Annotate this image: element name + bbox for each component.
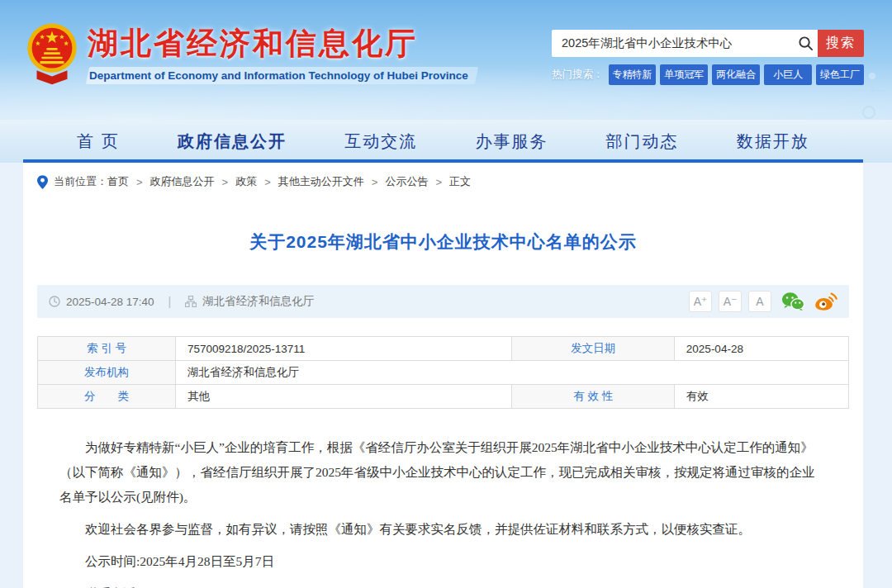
breadcrumb: 当前位置： 首页 > 政府信息公开 > 政策 > 其他主动公开文件 > 公示公告…: [23, 163, 863, 197]
clock-icon: [49, 296, 60, 307]
wechat-share-icon[interactable]: [781, 292, 804, 311]
validity-label: 有 效 性: [512, 385, 674, 409]
national-emblem-logo: [25, 21, 79, 88]
site-title: 湖北省经济和信息化厅: [88, 25, 477, 63]
breadcrumb-home[interactable]: 首页: [107, 174, 129, 189]
nav-item-open-data[interactable]: 数据开放: [737, 130, 809, 153]
nav-item-department-news[interactable]: 部门动态: [606, 130, 679, 153]
breadcrumb-public-notices[interactable]: 公示公告: [385, 174, 428, 189]
site-title-english: Department of Economy and Information Te…: [86, 67, 478, 84]
article-page: 当前位置： 首页 > 政府信息公开 > 政策 > 其他主动公开文件 > 公示公告…: [23, 163, 863, 588]
font-size-increase-button[interactable]: A⁺: [689, 291, 712, 312]
publish-datetime: 2025-04-28 17:40: [66, 296, 154, 308]
location-pin-icon: [37, 175, 48, 189]
nav-item-interaction[interactable]: 互动交流: [344, 130, 417, 153]
breadcrumb-other-documents[interactable]: 其他主动公开文件: [278, 174, 364, 189]
hot-tag-xiaojuren[interactable]: 小巨人: [764, 64, 812, 85]
validity-value: 有效: [674, 385, 848, 409]
publish-source: 湖北省经济和信息化厅: [202, 294, 314, 309]
article-paragraph: 为做好专精特新“小巨人”企业的培育工作，根据《省经信厅办公室关于组织开展2025…: [59, 435, 827, 510]
nav-item-home[interactable]: 首 页: [77, 130, 120, 153]
issue-date-label: 发文日期: [512, 337, 674, 361]
hot-tag-lvsegongchang[interactable]: 绿色工厂: [816, 64, 864, 85]
table-row: 发布机构 湖北省经济和信息化厅: [38, 361, 849, 385]
hot-tag-danxiangguanjun[interactable]: 单项冠军: [660, 64, 708, 85]
font-size-decrease-button[interactable]: A⁻: [719, 291, 742, 312]
nav-item-services[interactable]: 办事服务: [475, 130, 548, 153]
issuing-agency-value: 湖北省经济和信息化厅: [175, 361, 848, 385]
hot-tag-zhuanjingtexin[interactable]: 专精特新: [609, 64, 657, 85]
search-button[interactable]: 搜索: [818, 30, 864, 57]
hot-search-label: 热门搜索：: [552, 68, 604, 82]
header-decoration: [861, 69, 890, 119]
document-info-table: 索 引 号 757009218/2025-13711 发文日期 2025-04-…: [37, 336, 849, 409]
table-row: 索 引 号 757009218/2025-13711 发文日期 2025-04-…: [38, 337, 849, 361]
breadcrumb-label: 当前位置：: [54, 174, 107, 189]
source-org-icon: [185, 296, 197, 307]
table-row: 分 类 其他 有 效 性 有效: [38, 385, 849, 409]
category-label: 分 类: [38, 385, 176, 409]
article-title: 关于2025年湖北省中小企业技术中心名单的公示: [23, 230, 863, 254]
article-paragraph-notice-period: 公示时间:2025年4月28日至5月7日: [59, 549, 827, 574]
breadcrumb-current-article: 正文: [449, 174, 471, 189]
article-paragraph: 欢迎社会各界参与监督，如有异议，请按照《通知》有关要求实名反馈，并提供佐证材料和…: [59, 517, 827, 542]
issuing-agency-label: 发布机构: [38, 361, 176, 385]
weibo-share-icon[interactable]: [814, 292, 837, 311]
article-paragraph-contact-phone: 联系电话:027-84399838: [59, 581, 827, 588]
font-size-reset-button[interactable]: A: [748, 291, 771, 312]
search-box: [552, 30, 818, 57]
breadcrumb-policy[interactable]: 政策: [235, 174, 257, 189]
hot-tag-lianghuaronghe[interactable]: 两化融合: [712, 64, 760, 85]
site-header: 湖北省经济和信息化厅 Department of Economy and Inf…: [0, 0, 892, 120]
breadcrumb-gov-info[interactable]: 政府信息公开: [150, 174, 215, 189]
issue-date-value: 2025-04-28: [674, 337, 848, 361]
search-input[interactable]: [552, 37, 793, 50]
article-meta-bar: 2025-04-28 17:40 | 湖北省经济和信息化厅 A⁺ A⁻ A: [37, 285, 849, 318]
category-value: 其他: [175, 385, 512, 409]
site-brand[interactable]: 湖北省经济和信息化厅 Department of Economy and Inf…: [25, 21, 477, 88]
main-navigation: 首 页 政府信息公开 互动交流 办事服务 部门动态 数据开放: [0, 120, 892, 163]
index-number-value: 757009218/2025-13711: [175, 337, 512, 361]
article-body: 为做好专精特新“小巨人”企业的培育工作，根据《省经信厅办公室关于组织开展2025…: [23, 409, 863, 588]
nav-item-gov-info[interactable]: 政府信息公开: [178, 130, 287, 153]
index-number-label: 索 引 号: [38, 337, 176, 361]
search-icon[interactable]: [793, 36, 818, 51]
